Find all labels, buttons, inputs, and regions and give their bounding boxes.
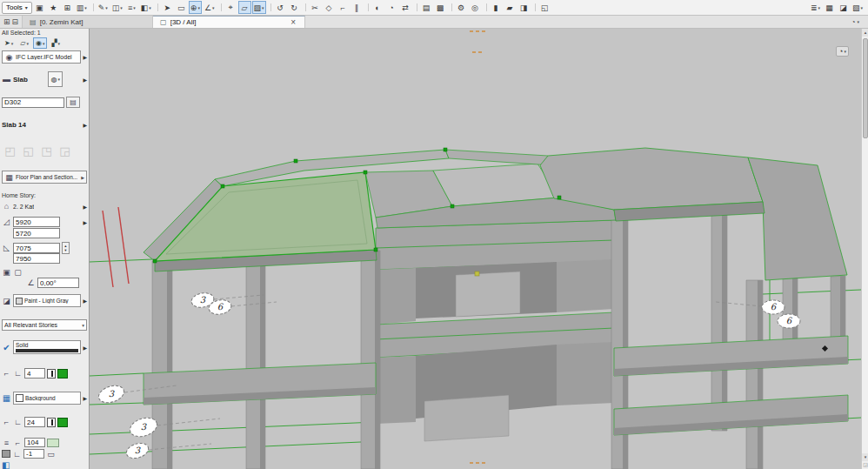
section-tool-icon[interactable]: ▮ ▾: [490, 1, 503, 14]
floor-plan-section-button[interactable]: ▦ Floor Plan and Section... ▶: [2, 171, 87, 184]
grid-marker[interactable]: 6: [762, 300, 785, 314]
tab-zemin-kat[interactable]: ▤ [0. Zemin Kat]: [23, 16, 153, 28]
geometry-method-icon[interactable]: ▱ ▾: [17, 37, 31, 49]
bg-pen-swatch[interactable]: [2, 450, 10, 458]
expand-arrow-icon[interactable]: ▶: [83, 219, 87, 225]
split-icon[interactable]: ◇ ▾: [323, 1, 336, 14]
split-view-icon[interactable]: ⊟: [12, 17, 19, 26]
origin-icon[interactable]: ⌖ ▾: [224, 1, 237, 14]
surface-icon[interactable]: ◧ ▾: [139, 1, 153, 14]
section-marker[interactable]: [103, 207, 129, 287]
grid-marker[interactable]: 6: [778, 314, 800, 328]
surface-selector[interactable]: Paint - Light Gray: [13, 294, 81, 307]
undo-icon[interactable]: ↺ ▾: [274, 1, 287, 14]
coord-x1-input[interactable]: [13, 217, 60, 227]
tab-overview-icon[interactable]: ⊞: [3, 17, 10, 26]
coord-y1-input[interactable]: [13, 243, 60, 253]
construction-method-icon[interactable]: ▞ ▾: [49, 37, 63, 49]
pen-color-swatch[interactable]: [57, 418, 68, 427]
guide-lines-icon[interactable]: ▱ ▾: [238, 1, 251, 14]
zoom-fit-icon[interactable]: ◱ ▾: [538, 1, 551, 14]
magnet-snap-icon[interactable]: ◉ ▾: [33, 37, 48, 49]
panel-nav-icon[interactable]: ◧: [2, 460, 10, 469]
select-arrow-icon[interactable]: ➤ ▾: [2, 37, 16, 49]
rotate-icon[interactable]: ◔ ▾: [385, 1, 398, 14]
3d-viewport[interactable]: 3 6 6 6 3: [90, 29, 861, 469]
project-settings-icon[interactable]: ▣ ▾: [33, 1, 46, 14]
camera-tool-icon[interactable]: ◨ ▾: [517, 1, 531, 14]
scroll-up-icon[interactable]: ▴: [862, 29, 868, 37]
tab-3d-all[interactable]: ▢ [3D / All] ×: [153, 16, 305, 28]
pen-style-swatch[interactable]: [47, 369, 56, 379]
close-tab-icon[interactable]: ×: [289, 17, 297, 27]
palette-layout-icon[interactable]: ≣ ▾: [809, 1, 822, 14]
options-icon[interactable]: ⚙ ▾: [455, 1, 468, 14]
pen-style-swatch[interactable]: [47, 418, 56, 427]
angle-input[interactable]: [37, 278, 79, 288]
3d-scene[interactable]: 3 6 6 6 3: [90, 29, 861, 469]
marquee-tool-icon[interactable]: ▭ ▾: [175, 1, 188, 14]
view-menu-icon[interactable]: ◔: [851, 18, 856, 26]
scroll-down-icon[interactable]: ▾: [862, 453, 868, 461]
adjust-icon[interactable]: ⌐ ▾: [337, 1, 350, 14]
pen-set-icon[interactable]: ✎ ▾: [97, 1, 110, 14]
expand-arrow-icon[interactable]: ▶: [83, 77, 87, 83]
expand-arrow-icon[interactable]: ▶: [83, 395, 87, 401]
expand-arrow-icon[interactable]: ▶: [83, 54, 87, 60]
building-model[interactable]: [144, 148, 848, 469]
expand-arrow-icon[interactable]: ▶: [83, 298, 87, 304]
check-elements-icon[interactable]: ◎ ▾: [469, 1, 482, 14]
element-id-input[interactable]: [2, 97, 64, 108]
trim-icon[interactable]: ✂ ▾: [309, 1, 322, 14]
background-selector[interactable]: Background: [13, 392, 81, 405]
snap-point-icon[interactable]: ⊕ ▾: [189, 1, 202, 14]
pen3-input[interactable]: [24, 438, 45, 447]
snap-guide-icon[interactable]: ∠ ▾: [203, 1, 217, 14]
offset-icon[interactable]: ∥ ▾: [351, 1, 364, 14]
id-manager-button[interactable]: ▤: [66, 97, 80, 108]
favorites-icon[interactable]: ★ ▾: [47, 1, 60, 14]
pen4-input[interactable]: [23, 449, 44, 459]
hotspot-dot[interactable]: [475, 271, 479, 276]
expand-arrow-icon[interactable]: ▶: [83, 204, 87, 210]
quick-layers-icon[interactable]: ⊞ ▾: [61, 1, 74, 14]
mirror-icon[interactable]: ◐ ▾: [371, 1, 384, 14]
layer-selector[interactable]: ◉ IFC Layer.IFC Model: [2, 50, 81, 64]
pen-color-swatch[interactable]: [57, 369, 68, 379]
relative-coords-icon[interactable]: ▣: [2, 268, 11, 277]
fill-type-icon[interactable]: ◫ ▾: [110, 1, 124, 14]
group-icon[interactable]: ▤ ▾: [420, 1, 433, 14]
svg-text:3: 3: [200, 295, 206, 305]
lock-icon[interactable]: ▩ ▾: [434, 1, 447, 14]
coord-spinner[interactable]: ▴ ▾: [62, 242, 70, 254]
organizer-icon[interactable]: ▦ ▾: [823, 1, 836, 14]
expand-arrow-icon[interactable]: ▶: [83, 122, 87, 128]
pen1-input[interactable]: [24, 368, 45, 379]
snap-grid-icon[interactable]: ▨ ▾: [252, 1, 266, 14]
arrow-tool-icon[interactable]: ➤ ▾: [161, 1, 174, 14]
coord-x2-input[interactable]: [13, 228, 60, 238]
spin-down-icon[interactable]: ▾: [63, 248, 69, 252]
line-type-icon[interactable]: ≡ ▾: [125, 1, 138, 14]
stories-select[interactable]: All Relevant Stories ▾: [2, 319, 87, 331]
stories-icon[interactable]: ▥ ▾: [75, 1, 89, 14]
renovation-status-button[interactable]: ◍ ▾: [48, 71, 63, 87]
redo-icon[interactable]: ↻ ▾: [288, 1, 301, 14]
teamwork-icon[interactable]: ◪ ▾: [837, 1, 850, 14]
multiply-icon[interactable]: ⇄ ▾: [399, 1, 412, 14]
coord-y2-input[interactable]: [13, 253, 60, 264]
library-manager-icon[interactable]: ▧ ▾: [851, 1, 865, 14]
3d-navigation-button[interactable]: ◔ ▾: [836, 46, 849, 57]
elevation-tool-icon[interactable]: ▰ ▾: [504, 1, 517, 14]
pen2-input[interactable]: [24, 417, 45, 427]
absolute-coords-icon[interactable]: ▢: [13, 268, 23, 277]
expand-arrow-icon[interactable]: ▶: [83, 345, 87, 351]
display-option-icon[interactable]: ▭: [46, 450, 56, 459]
tools-menu-button[interactable]: Tools ▾: [2, 2, 32, 14]
grid-marker[interactable]: 3: [97, 383, 126, 405]
fill-color-swatch[interactable]: [47, 439, 59, 447]
fill-type-selector[interactable]: Solid: [13, 340, 81, 354]
scrollbar-thumb[interactable]: [863, 38, 868, 138]
vertical-scrollbar[interactable]: ▴ ▾ ◲: [861, 29, 868, 469]
grid-marker[interactable]: 3: [124, 440, 150, 460]
